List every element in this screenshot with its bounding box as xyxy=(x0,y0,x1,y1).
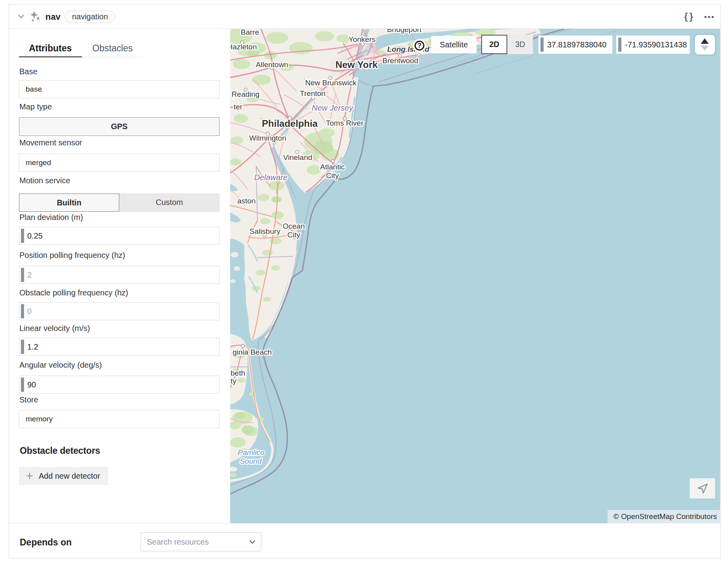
svg-text:Toms River: Toms River xyxy=(326,119,364,127)
svg-text:Bridgeport: Bridgeport xyxy=(387,29,422,34)
svg-text:Brentwood: Brentwood xyxy=(383,56,418,65)
svg-text:Wilmington: Wilmington xyxy=(249,134,286,142)
svg-text:Vineland: Vineland xyxy=(283,153,312,162)
svg-text:Sound: Sound xyxy=(240,457,262,465)
svg-text:New Jersey: New Jersey xyxy=(312,103,353,112)
svg-text:ty: ty xyxy=(231,377,236,385)
svg-text:Pamlico: Pamlico xyxy=(238,448,265,457)
svg-text:ter: ter xyxy=(234,103,243,111)
svg-text:City: City xyxy=(287,231,300,239)
svg-text:ginia Beach: ginia Beach xyxy=(233,348,272,356)
svg-text:Philadelphia: Philadelphia xyxy=(262,118,318,129)
svg-text:New Brunswick: New Brunswick xyxy=(305,79,356,87)
svg-text:Ocean: Ocean xyxy=(283,222,305,230)
svg-text:Trenton: Trenton xyxy=(300,89,326,98)
svg-text:Hazleton: Hazleton xyxy=(230,43,257,51)
svg-text:City: City xyxy=(326,171,339,180)
svg-text:Salisbury: Salisbury xyxy=(250,227,281,235)
svg-text:aston: aston xyxy=(237,197,255,205)
svg-text:Barre: Barre xyxy=(241,29,259,36)
svg-text:Reading: Reading xyxy=(232,90,260,98)
svg-text:Delaware: Delaware xyxy=(254,173,287,182)
svg-text:New York: New York xyxy=(335,59,378,70)
svg-text:Yonkers: Yonkers xyxy=(349,35,375,43)
svg-text:Allentown: Allentown xyxy=(256,60,288,69)
svg-text:beth: beth xyxy=(231,369,245,377)
svg-text:Atlantic: Atlantic xyxy=(320,163,345,171)
